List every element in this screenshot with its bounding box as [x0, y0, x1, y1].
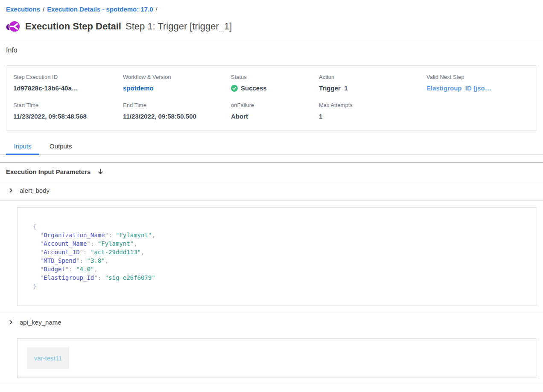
field-workflow-version: Workflow & Version spotdemo	[123, 74, 231, 92]
breadcrumb-link-execution-details[interactable]: Execution Details - spotdemo: 17.0	[47, 6, 153, 13]
status-badge: Success	[231, 84, 319, 92]
field-label: Action	[319, 74, 426, 80]
field-label: Workflow & Version	[123, 74, 231, 80]
info-grid: Step Execution ID 1d97828c-13b6-40a… Wor…	[13, 74, 530, 120]
tab-bar: Inputs Outputs	[0, 139, 543, 155]
field-action: Action Trigger_1	[319, 74, 426, 92]
field-label: Step Execution ID	[13, 74, 123, 80]
field-start-time: Start Time 11/23/2022, 09:58:48.568	[13, 102, 123, 120]
field-step-execution-id: Step Execution ID 1d97828c-13b6-40a…	[13, 74, 123, 92]
execution-step-detail-page: Executions/Execution Details - spotdemo:…	[0, 0, 543, 392]
alert-body-json: { "Organization_Name": "Fylamynt", "Acco…	[33, 222, 521, 290]
field-status: Status Success	[231, 74, 319, 92]
field-value: 1	[319, 113, 426, 120]
field-label: onFailure	[231, 102, 319, 108]
tab-inputs[interactable]: Inputs	[6, 139, 39, 154]
field-value: 11/23/2022, 09:58:50.500	[123, 113, 231, 120]
field-label: End Time	[123, 102, 231, 108]
info-card: Step Execution ID 1d97828c-13b6-40a… Wor…	[6, 65, 537, 131]
param-row-api-key-value[interactable]: api_key_value	[0, 385, 543, 392]
page-subtitle: Step 1: Trigger [trigger_1]	[126, 21, 232, 32]
field-value: Abort	[231, 113, 319, 120]
api-key-name-value: var-test11	[27, 347, 69, 369]
execution-input-parameters-header: Execution Input Parameters	[0, 163, 543, 181]
breadcrumb-link-executions[interactable]: Executions	[6, 6, 40, 13]
param-name: alert_body	[20, 187, 50, 194]
field-label: Max Attempts	[319, 102, 426, 108]
tab-outputs[interactable]: Outputs	[43, 139, 79, 154]
arrow-down-icon[interactable]	[97, 168, 104, 175]
param-row-api-key-name[interactable]: api_key_name	[0, 313, 543, 332]
api-key-name-value-panel: var-test11	[17, 338, 537, 378]
breadcrumb: Executions/Execution Details - spotdemo:…	[0, 0, 543, 13]
param-name: api_key_name	[20, 319, 61, 326]
field-label: Start Time	[13, 102, 123, 108]
divider	[0, 332, 543, 332]
field-valid-next-step: Valid Next Step Elastigroup_ID [jso…	[426, 74, 530, 92]
success-check-icon	[231, 85, 238, 92]
field-value: Trigger_1	[319, 84, 426, 92]
page-title-row: Execution Step Detail Step 1: Trigger [t…	[0, 13, 543, 39]
info-section-heading: Info	[0, 39, 543, 59]
field-max-attempts: Max Attempts 1	[319, 102, 426, 120]
param-row-alert-body[interactable]: alert_body	[0, 181, 543, 200]
page-title: Execution Step Detail	[25, 21, 121, 32]
chevron-right-icon	[8, 319, 14, 325]
workflow-link[interactable]: spotdemo	[123, 84, 231, 92]
spacer	[0, 155, 543, 162]
field-value: 1d97828c-13b6-40a…	[13, 84, 123, 92]
field-end-time: End Time 11/23/2022, 09:58:50.500	[123, 102, 231, 120]
chevron-right-icon	[8, 188, 14, 193]
valid-next-step-link[interactable]: Elastigroup_ID [jso…	[426, 84, 530, 92]
alert-body-value-panel: { "Organization_Name": "Fylamynt", "Acco…	[17, 207, 537, 306]
breadcrumb-separator: /	[43, 6, 44, 13]
field-onfailure: onFailure Abort	[231, 102, 319, 120]
status-text: Success	[241, 84, 267, 92]
divider	[0, 59, 543, 59]
fylamynt-logo-icon	[6, 19, 20, 34]
field-label: Valid Next Step	[426, 74, 530, 80]
field-label: Status	[231, 74, 319, 80]
field-value: 11/23/2022, 09:58:48.568	[13, 113, 123, 120]
divider	[0, 200, 543, 200]
breadcrumb-separator: /	[156, 6, 158, 13]
execution-input-parameters-title: Execution Input Parameters	[6, 168, 90, 175]
empty-cell	[426, 102, 530, 120]
